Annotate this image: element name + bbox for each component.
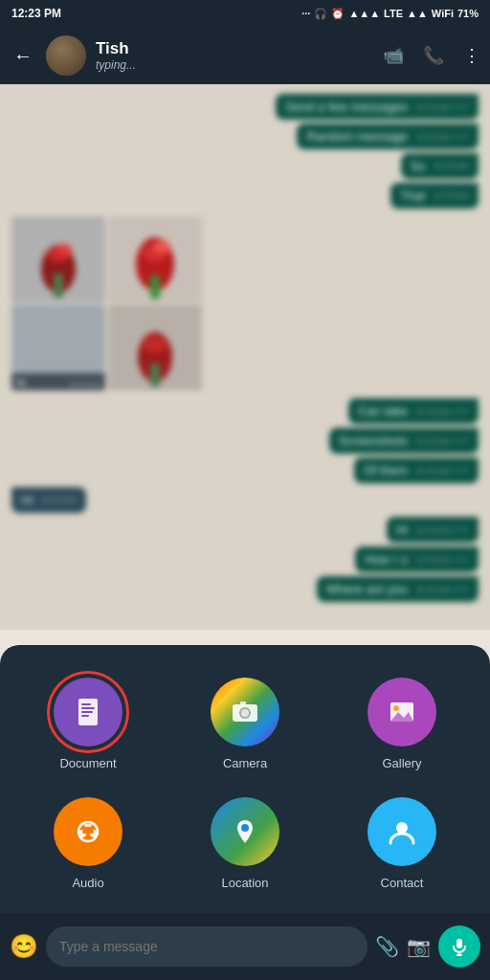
svg-rect-22	[81, 715, 89, 717]
document-icon-circle	[54, 678, 122, 746]
message-out-10: Where are you 12:23 pm ✓✓	[317, 576, 479, 602]
attachment-icon[interactable]: 📎	[375, 935, 399, 958]
svg-point-16	[144, 336, 167, 353]
attach-gallery[interactable]: Gallery	[368, 678, 436, 770]
time-display: 12:23 PM	[11, 7, 61, 20]
attach-location[interactable]: Location	[211, 797, 279, 890]
svg-rect-20	[81, 707, 95, 709]
camera-label: Camera	[223, 756, 267, 770]
chat-area: Send a few messages 12:22 pm ✓✓ Random m…	[0, 84, 490, 630]
svg-rect-4	[54, 274, 63, 298]
contact-status: typing...	[96, 58, 373, 72]
audio-label: Audio	[72, 876, 103, 890]
camera-button[interactable]: 📷	[407, 935, 431, 958]
location-label: Location	[221, 876, 268, 890]
avatar	[46, 35, 86, 76]
attach-camera[interactable]: Camera	[211, 678, 279, 770]
svg-rect-9	[150, 276, 160, 299]
gallery-icon-circle	[368, 678, 436, 746]
svg-point-3	[56, 244, 72, 256]
contact-info: Tish typing...	[96, 39, 373, 72]
message-input[interactable]	[46, 926, 368, 967]
svg-rect-33	[82, 830, 94, 834]
contact-label: Contact	[381, 876, 424, 890]
svg-rect-37	[457, 939, 462, 948]
contact-icon-circle	[368, 797, 436, 866]
message-out-7: Of them 12:23 pm ✓✓	[354, 457, 479, 483]
audio-icon-circle	[54, 797, 122, 866]
svg-point-8	[153, 240, 170, 254]
mic-button[interactable]	[438, 925, 480, 968]
image-cell-2	[108, 216, 202, 302]
svg-point-35	[241, 824, 249, 832]
svg-rect-19	[81, 703, 91, 705]
svg-rect-21	[81, 711, 93, 713]
image-cell-1	[11, 216, 105, 302]
image-grid: Hi 12:23 pm	[11, 216, 203, 390]
attachment-panel: Document Camera Gallery	[0, 645, 490, 913]
image-cell-4	[108, 304, 202, 390]
emoji-button[interactable]: 😊	[10, 933, 38, 960]
message-out-3: So 12:23 pm	[401, 153, 479, 179]
status-time: 12:23 PM	[11, 7, 61, 20]
document-label: Document	[59, 756, 116, 770]
header-actions: 📹 📞 ⋮	[383, 45, 480, 66]
messages-list: Send a few messages 12:22 pm ✓✓ Random m…	[0, 84, 490, 630]
attach-document[interactable]: Document	[54, 678, 122, 770]
message-out-6: Screenshots 12:23 pm ✓✓	[329, 428, 479, 454]
attach-audio[interactable]: Audio	[54, 797, 122, 890]
svg-point-25	[241, 709, 249, 717]
message-out-2: Random message 12:23 pm ✓✓	[297, 123, 479, 149]
image-cell-3: Hi 12:23 pm	[11, 304, 105, 390]
svg-point-36	[396, 822, 408, 834]
svg-rect-34	[84, 824, 92, 827]
status-icons: ··· 🎧 ⏰ ▲▲▲ LTE ▲▲ WiFi 71%	[301, 8, 479, 20]
svg-rect-39	[457, 954, 462, 956]
attach-contact[interactable]: Contact	[368, 797, 436, 890]
more-options-icon[interactable]: ⋮	[463, 45, 480, 66]
bottom-bar: 😊 📎 📷	[0, 913, 490, 980]
location-icon-circle	[211, 797, 279, 866]
chat-header: ← Tish typing... 📹 📞 ⋮	[0, 27, 490, 84]
svg-text:Hi: Hi	[16, 378, 25, 389]
back-button[interactable]: ←	[10, 41, 36, 71]
gallery-label: Gallery	[382, 756, 421, 770]
message-out-4: That 12:23 pm	[390, 183, 479, 209]
message-out-8: Hi 12:23 pm ✓✓	[387, 517, 479, 543]
message-out-5: Can take 12:23 pm ✓✓	[348, 398, 479, 424]
message-in-1: Hi 12:23 pm	[11, 487, 86, 513]
contact-name: Tish	[96, 39, 373, 58]
video-call-icon[interactable]: 📹	[383, 45, 404, 66]
svg-point-28	[393, 705, 399, 711]
svg-rect-26	[240, 702, 246, 705]
svg-text:12:23 pm: 12:23 pm	[69, 380, 101, 389]
message-out-9: How r u 12:23 pm ✓✓	[355, 546, 479, 572]
svg-rect-17	[150, 364, 160, 387]
status-bar: 12:23 PM ··· 🎧 ⏰ ▲▲▲ LTE ▲▲ WiFi 71%	[0, 0, 490, 27]
camera-icon-circle	[211, 678, 279, 746]
message-out-1: Send a few messages 12:22 pm ✓✓	[276, 94, 479, 120]
call-icon[interactable]: 📞	[423, 45, 444, 66]
